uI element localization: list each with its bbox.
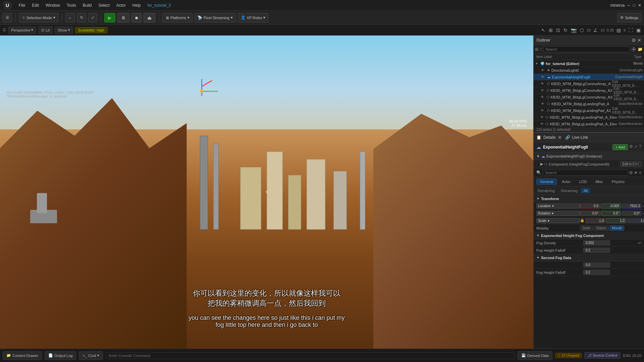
vp-roles-btn[interactable]: 👤 VP Roles ▾ xyxy=(238,13,269,22)
hamburger-icon[interactable]: ☰ xyxy=(3,28,6,32)
landingelev1-eye-icon[interactable]: 👁 xyxy=(540,115,544,119)
render-tab-streaming[interactable]: Streaming xyxy=(558,188,580,193)
detail-expand-icon[interactable]: ⤢ xyxy=(634,144,638,150)
transform-btn[interactable]: ↔ xyxy=(65,13,75,22)
render-tab-all[interactable]: All xyxy=(581,188,590,193)
comms2-eye-icon[interactable]: 👁 xyxy=(541,88,545,92)
grid-icon[interactable]: ⊞ xyxy=(548,27,553,34)
fog-eye-icon[interactable]: 👁 xyxy=(541,75,546,79)
settings-btn[interactable]: ⚙ Settings xyxy=(617,13,641,22)
camera-icon[interactable]: 📷 xyxy=(570,27,577,34)
location-x-input[interactable] xyxy=(580,203,600,208)
star-icon[interactable]: ★ xyxy=(634,170,638,175)
outliner-item-landingelev2[interactable]: 👁 ⬡ KB3D_MTM_BldgLgLandingPad_A_Elev Sta… xyxy=(534,121,644,127)
outliner-item-comms3[interactable]: 👁 ⬡ KB3D_MTM_BldgLgCommsArray_A3 Edit KB… xyxy=(534,94,644,101)
render-tab-rendering[interactable]: Rendering xyxy=(535,188,557,193)
menu-actor[interactable]: Actor xyxy=(115,2,127,8)
pixel-streaming-btn[interactable]: 📡 Pixel Streaming ▾ xyxy=(195,13,236,22)
outliner-item-dirlight[interactable]: 👁 ☀ DirectionalLight0 DirectionalLight xyxy=(534,67,644,74)
comms1-eye-icon[interactable]: 👁 xyxy=(541,82,545,85)
viewport[interactable]: TEXTURE STREAMING POOL OVER 2.396 GiB BU… xyxy=(0,36,533,349)
details-search-input[interactable] xyxy=(543,170,628,176)
rotate-btn[interactable]: ↻ xyxy=(77,13,86,22)
dirlight-eye-icon[interactable]: 👁 xyxy=(541,68,546,72)
menu-window[interactable]: Window xyxy=(44,2,61,8)
second-fog-section-header[interactable]: ▼ Second Fog Data xyxy=(534,254,644,261)
landing1-eye-icon[interactable]: 👁 xyxy=(541,102,546,106)
source-control-btn[interactable]: ⎇ Source Control xyxy=(584,352,620,359)
menu-edit[interactable]: Edit xyxy=(31,2,40,8)
outliner-item-landingelev1[interactable]: 👁 ⬡ KB3D_MTM_BldgLgLandingPad_A_Elev Sta… xyxy=(534,114,644,121)
filter-tab-misc[interactable]: Misc xyxy=(592,179,607,185)
second-fog-input[interactable] xyxy=(583,262,610,267)
add-actor-icon[interactable]: ➕ xyxy=(631,47,636,52)
lit-btn[interactable]: ◎ Lit xyxy=(38,26,53,34)
window-restore[interactable]: □ xyxy=(633,3,635,8)
angle-icon[interactable]: ∠ xyxy=(593,27,598,34)
rotation-dropdown[interactable]: Rotation ▾ xyxy=(536,211,580,216)
outliner-item-comms2[interactable]: 👁 ⬡ KB3D_MTM_BldgLgCommsArray_A2 Edit KB… xyxy=(534,87,644,94)
scalability-badge[interactable]: Scalability: High xyxy=(75,27,107,33)
location-dropdown[interactable]: Location ▾ xyxy=(536,203,580,208)
scale-dropdown[interactable]: Scale ▾ xyxy=(536,218,580,223)
show-btn[interactable]: Show ▾ xyxy=(55,26,73,34)
snap-icon[interactable]: ⊡ xyxy=(555,27,561,34)
details-close-btn[interactable]: ✕ xyxy=(558,135,562,140)
landing2-eye-icon[interactable]: 👁 xyxy=(541,109,545,112)
menu-tools[interactable]: Tools xyxy=(65,2,77,8)
rotation-z-input[interactable] xyxy=(622,211,642,216)
platforms-btn[interactable]: 🖥 Platforms ▾ xyxy=(162,13,192,22)
detail-docs-icon[interactable]: ? xyxy=(639,144,641,150)
main-menu-btn[interactable]: ☰ xyxy=(3,13,12,22)
menu-help[interactable]: Help xyxy=(131,2,142,8)
outliner-item-root[interactable]: ▼ 🌍 for_tutorial (Editor) World xyxy=(534,60,644,67)
menu-build[interactable]: Build xyxy=(82,2,93,8)
sort-icon[interactable]: ↕ xyxy=(540,47,542,52)
eject-btn[interactable]: ⏏ xyxy=(144,13,155,22)
outliner-item-landing1[interactable]: 👁 ⬡ KB3D_MTM_BldgLgLandingPad_A StaticMe… xyxy=(534,101,644,107)
mob-movable-btn[interactable]: Movab xyxy=(609,226,624,231)
viewport-options-icon[interactable]: ▣ xyxy=(636,27,641,34)
mob-static-btn[interactable]: Static xyxy=(580,226,593,231)
outliner-item-landing2[interactable]: 👁 ⬡ KB3D_MTM_BldgLgLandingPad_A2 Edit KB… xyxy=(534,107,644,114)
outliner-settings-icon[interactable]: ⚙ xyxy=(632,38,636,43)
lock-icon[interactable]: 🔒 xyxy=(580,218,585,223)
outliner-close-btn[interactable]: ✕ xyxy=(637,38,641,43)
landingelev2-eye-icon[interactable]: 👁 xyxy=(540,122,544,126)
window-close[interactable]: ✕ xyxy=(638,3,641,8)
detail-options-icon[interactable]: ⚙ xyxy=(629,144,633,150)
outliner-search-input[interactable] xyxy=(543,46,630,52)
outliner-item-comms1[interactable]: 👁 ⬡ KB3D_MTM_BldgLgCommsArray_A Edit KB3… xyxy=(534,80,644,87)
second-fog-falloff-input[interactable] xyxy=(583,270,610,275)
fog-falloff-input[interactable] xyxy=(583,248,610,253)
add-component-btn[interactable]: + Add xyxy=(612,144,628,150)
grid-view-icon[interactable]: ⊞ xyxy=(629,170,633,175)
filter-tab-general[interactable]: General xyxy=(536,179,557,185)
scale-x-input[interactable] xyxy=(585,218,605,223)
stop-btn[interactable]: ■ xyxy=(131,13,142,22)
details-title[interactable]: Details xyxy=(543,135,556,140)
layers-icon[interactable]: ▤ xyxy=(616,27,622,34)
play-btn[interactable]: ▶ xyxy=(104,13,115,22)
mesh-icon[interactable]: ⬡ xyxy=(579,27,585,34)
folder-icon[interactable]: 📁 xyxy=(638,47,643,52)
app-logo[interactable]: U xyxy=(3,1,12,10)
output-log-btn[interactable]: 📄 Output Log xyxy=(45,351,76,360)
rotation-x-input[interactable] xyxy=(580,211,600,216)
content-drawer-btn[interactable]: 📁 Content Drawer xyxy=(3,351,42,360)
filter-icon[interactable]: ⊞ xyxy=(535,47,538,52)
filter-tab-lod[interactable]: LOD xyxy=(576,179,591,185)
location-y-input[interactable] xyxy=(601,203,621,208)
console-input[interactable] xyxy=(106,352,515,359)
mob-stationary-btn[interactable]: Station xyxy=(594,226,609,231)
derived-data-btn[interactable]: 💾 Derived Data xyxy=(518,351,552,360)
fog-section-header[interactable]: ▼ Exponential Height Fog Component xyxy=(534,232,644,239)
pause-btn[interactable]: ⏸ xyxy=(117,13,129,22)
rotation-y-input[interactable] xyxy=(601,211,621,216)
fog-density-reset-btn[interactable]: ↩ xyxy=(638,241,641,245)
scale-y-input[interactable] xyxy=(606,218,626,223)
rotate-snap-icon[interactable]: ↻ xyxy=(563,27,568,34)
options-icon[interactable]: ≡ xyxy=(639,170,641,175)
edit-cpp-btn[interactable]: Edit in C++ xyxy=(620,162,641,167)
comms3-eye-icon[interactable]: 👁 xyxy=(541,95,545,99)
